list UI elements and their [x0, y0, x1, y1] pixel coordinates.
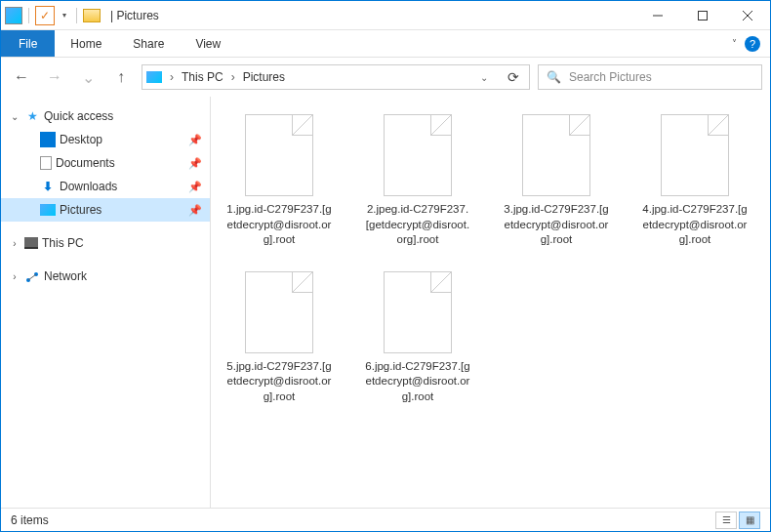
file-item[interactable]: 5.jpg.id-C279F237.[getdecrypt@disroot.or… [224, 271, 334, 405]
pin-icon: 📌 [188, 134, 202, 146]
sidebar-item-label: Documents [56, 156, 115, 170]
tab-view[interactable]: View [180, 30, 236, 57]
sidebar-network[interactable]: › Network [1, 265, 210, 288]
search-placeholder: Search Pictures [569, 70, 652, 84]
window-title: | Pictures [110, 9, 159, 22]
file-item[interactable]: 4.jpg.id-C279F237.[getdecrypt@disroot.or… [640, 114, 750, 248]
sidebar-item-label: Pictures [60, 203, 101, 217]
download-icon: ⬇ [40, 179, 56, 194]
sidebar-item-documents[interactable]: Documents 📌 [1, 151, 210, 175]
maximize-button[interactable] [680, 1, 725, 30]
ribbon-expand-icon[interactable]: ˅ [732, 38, 737, 49]
pin-icon: 📌 [188, 204, 202, 217]
ribbon: File Home Share View ˅ ? [1, 30, 770, 58]
chevron-down-icon[interactable]: ⌄ [9, 111, 20, 122]
up-button[interactable]: ↑ [108, 64, 134, 90]
file-icon [245, 114, 313, 196]
folder-icon [83, 9, 101, 22]
app-icon[interactable] [5, 7, 22, 24]
file-tab[interactable]: File [1, 30, 55, 57]
refresh-button[interactable]: ⟳ [500, 64, 525, 90]
pin-icon: 📌 [188, 157, 202, 170]
qat-divider2 [76, 8, 77, 23]
forward-button[interactable]: → [42, 64, 67, 90]
network-icon [24, 268, 40, 284]
address-bar[interactable]: › This PC › Pictures ⌄ ⟳ [142, 64, 530, 90]
breadcrumb-this-pc[interactable]: This PC [182, 70, 223, 84]
document-icon [40, 156, 52, 170]
back-button[interactable]: ← [9, 64, 34, 90]
chevron-right-icon[interactable]: › [9, 271, 20, 282]
breadcrumb-pictures[interactable]: Pictures [243, 70, 285, 84]
sidebar-item-pictures[interactable]: Pictures 📌 [1, 198, 210, 222]
file-list[interactable]: 1.jpg.id-C279F237.[getdecrypt@disroot.or… [211, 97, 770, 508]
navigation-pane: ⌄ ★ Quick access Desktop 📌 Documents 📌 ⬇… [1, 97, 211, 508]
sidebar-item-label: Downloads [60, 180, 117, 193]
title-bar: ✓ ▾ | Pictures [1, 1, 770, 30]
file-icon [384, 271, 452, 353]
close-button[interactable] [725, 1, 770, 30]
title-bar-left: ✓ ▾ | Pictures [1, 6, 163, 25]
file-name: 5.jpg.id-C279F237.[getdecrypt@disroot.or… [224, 359, 334, 405]
file-icon [384, 114, 452, 196]
pin-icon: 📌 [188, 181, 202, 193]
tab-share[interactable]: Share [117, 30, 180, 57]
minimize-button[interactable] [635, 1, 680, 30]
file-icon [245, 271, 313, 353]
window-controls [635, 1, 770, 30]
file-icon [661, 114, 729, 196]
pictures-icon [40, 204, 56, 216]
sidebar-this-pc[interactable]: › This PC [1, 231, 210, 255]
breadcrumb-sep: › [170, 70, 174, 84]
details-view-button[interactable]: ☰ [715, 512, 737, 529]
chevron-right-icon[interactable]: › [9, 238, 20, 249]
file-item[interactable]: 2.jpeg.id-C279F237.[getdecrypt@disroot.o… [363, 114, 472, 248]
qat-properties-icon[interactable]: ✓ [35, 6, 55, 25]
search-icon: 🔍 [547, 70, 561, 84]
recent-locations-icon[interactable]: ⌄ [75, 64, 101, 90]
svg-rect-1 [699, 11, 708, 20]
file-name: 6.jpg.id-C279F237.[getdecrypt@disroot.or… [363, 359, 472, 405]
file-icon [522, 114, 590, 196]
item-count: 6 items [11, 513, 49, 527]
help-icon[interactable]: ? [745, 36, 760, 52]
sidebar-item-label: Quick access [44, 109, 113, 123]
file-item[interactable]: 6.jpg.id-C279F237.[getdecrypt@disroot.or… [363, 271, 472, 405]
address-row: ← → ⌄ ↑ › This PC › Pictures ⌄ ⟳ 🔍 Searc… [1, 58, 770, 97]
file-name: 1.jpg.id-C279F237.[getdecrypt@disroot.or… [224, 202, 334, 248]
search-input[interactable]: 🔍 Search Pictures [538, 64, 762, 90]
file-item[interactable]: 3.jpg.id-C279F237.[getdecrypt@disroot.or… [502, 114, 611, 248]
file-item[interactable]: 1.jpg.id-C279F237.[getdecrypt@disroot.or… [224, 114, 334, 248]
breadcrumb-sep: › [231, 70, 235, 84]
sidebar-item-downloads[interactable]: ⬇ Downloads 📌 [1, 175, 210, 198]
view-switcher: ☰ ▦ [715, 512, 760, 529]
star-icon: ★ [24, 108, 40, 124]
qat-divider [28, 8, 29, 23]
main-area: ⌄ ★ Quick access Desktop 📌 Documents 📌 ⬇… [1, 97, 770, 508]
qat-customize-icon[interactable]: ▾ [59, 11, 70, 20]
svg-line-6 [28, 274, 36, 280]
file-name: 2.jpeg.id-C279F237.[getdecrypt@disroot.o… [363, 202, 472, 248]
sidebar-item-label: Desktop [60, 133, 102, 146]
sidebar-item-label: Network [44, 269, 87, 283]
pc-icon [24, 237, 38, 249]
location-icon [146, 71, 162, 83]
sidebar-item-desktop[interactable]: Desktop 📌 [1, 128, 210, 151]
file-name: 4.jpg.id-C279F237.[getdecrypt@disroot.or… [640, 202, 750, 248]
file-name: 3.jpg.id-C279F237.[getdecrypt@disroot.or… [502, 202, 611, 248]
status-bar: 6 items ☰ ▦ [1, 508, 770, 531]
sidebar-item-label: This PC [42, 236, 84, 250]
sidebar-quick-access[interactable]: ⌄ ★ Quick access [1, 104, 210, 128]
desktop-icon [40, 132, 56, 147]
address-dropdown-icon[interactable]: ⌄ [474, 72, 494, 83]
tab-home[interactable]: Home [55, 30, 117, 57]
thumbnails-view-button[interactable]: ▦ [739, 512, 760, 529]
